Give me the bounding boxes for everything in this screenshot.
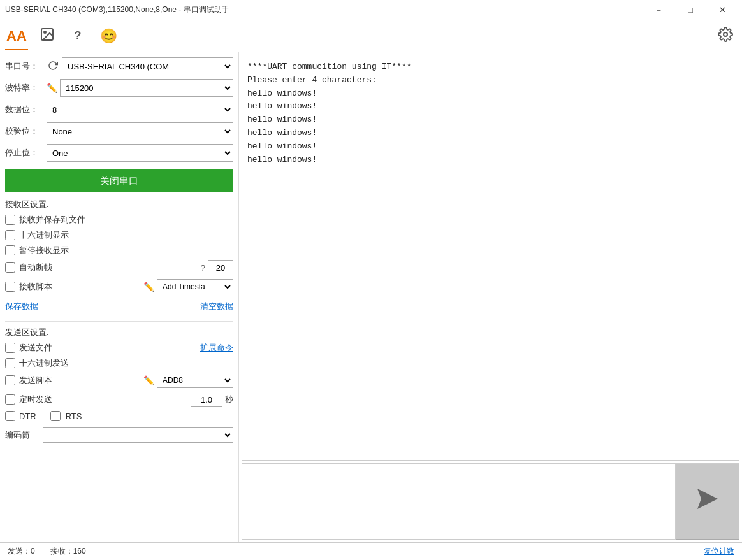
save-to-file-label[interactable]: 接收并保存到文件 [19, 214, 85, 226]
gear-icon [718, 27, 733, 45]
timer-send-extra: 秒 [191, 392, 233, 407]
hex-display-row: 十六进制显示 [5, 229, 233, 241]
receive-settings-title: 接收区设置. [5, 199, 233, 210]
pause-receive-label[interactable]: 暂停接收显示 [19, 245, 69, 256]
port-row: 串口号： USB-SERIAL CH340 (COM [5, 57, 233, 75]
data-bits-control: 8 [47, 101, 233, 118]
data-bits-row: 数据位： 8 [5, 101, 233, 118]
maximize-button[interactable]: □ [676, 1, 705, 20]
image-icon [40, 27, 55, 45]
send-script-label[interactable]: 发送脚本 [19, 375, 52, 386]
send-button[interactable] [676, 464, 739, 540]
baud-label: 波特率： [5, 82, 47, 94]
gear-button[interactable] [714, 25, 737, 48]
receive-count: 160 [73, 547, 86, 556]
close-port-button[interactable]: 关闭串口 [5, 169, 233, 192]
rts-checkbox[interactable] [50, 411, 61, 421]
auto-frame-label[interactable]: 自动断帧 [19, 262, 52, 273]
parity-select[interactable]: None [47, 122, 233, 140]
rts-label[interactable]: RTS [66, 412, 82, 421]
dtr-label[interactable]: DTR [19, 412, 36, 421]
extra-select[interactable] [43, 427, 233, 443]
receive-script-row: 接收脚本 ✏️ Add Timesta [5, 279, 233, 294]
reset-count-button[interactable]: 复位计数 [704, 546, 734, 557]
auto-frame-checkbox[interactable] [5, 262, 15, 273]
timer-send-checkbox[interactable] [5, 394, 15, 405]
window-title: USB-SERIAL CH340 (COM3),115200,None,8,On… [5, 4, 229, 15]
baud-control: ✏️ 115200 [47, 79, 233, 97]
send-script-extra: ✏️ ADD8 [143, 373, 233, 388]
receive-script-select[interactable]: Add Timesta [157, 279, 233, 294]
save-data-button[interactable]: 保存数据 [5, 301, 38, 312]
save-to-file-row: 接收并保存到文件 [5, 214, 233, 226]
data-bits-select[interactable]: 8 [47, 101, 233, 118]
expand-cmd-wrapper: 扩展命令 [200, 342, 233, 354]
auto-frame-row: 自动断帧 ? [5, 260, 233, 275]
send-file-label[interactable]: 发送文件 [19, 342, 52, 354]
send-script-row: 发送脚本 ✏️ ADD8 [5, 373, 233, 388]
send-script-select[interactable]: ADD8 [157, 373, 233, 388]
help-button[interactable]: ? [66, 25, 89, 48]
hex-send-checkbox[interactable] [5, 358, 15, 368]
timer-send-label[interactable]: 定时发送 [19, 394, 52, 405]
timer-send-row: 定时发送 秒 [5, 392, 233, 407]
timer-unit: 秒 [225, 394, 233, 405]
title-bar: USB-SERIAL CH340 (COM3),115200,None,8,On… [0, 0, 742, 20]
refresh-port-button[interactable] [47, 59, 59, 74]
hex-display-checkbox[interactable] [5, 230, 15, 240]
svg-point-1 [44, 31, 46, 33]
send-file-checkbox[interactable] [5, 343, 15, 353]
main-content: 串口号： USB-SERIAL CH340 (COM 波特率： ✏️ 1 [0, 52, 742, 542]
stop-bits-label: 停止位： [5, 147, 47, 159]
save-to-file-checkbox[interactable] [5, 215, 15, 225]
hex-send-label[interactable]: 十六进制发送 [19, 357, 69, 369]
svg-marker-3 [697, 489, 718, 509]
hex-send-row: 十六进制发送 [5, 357, 233, 369]
title-bar-controls: － □ ✕ [644, 1, 737, 20]
send-file-row: 发送文件 扩展命令 [5, 342, 233, 354]
auto-frame-value-input[interactable] [208, 260, 233, 275]
stop-bits-control: One [47, 144, 233, 162]
receive-label: 接收： [50, 547, 73, 556]
dtr-checkbox[interactable] [5, 411, 15, 421]
stop-bits-select[interactable]: One [47, 144, 233, 162]
emoji-icon: 😊 [100, 28, 117, 45]
toolbar: AA ? 😊 [0, 20, 742, 52]
data-links-row: 保存数据 清空数据 [5, 301, 233, 312]
pause-receive-checkbox[interactable] [5, 245, 15, 255]
svg-point-2 [724, 32, 727, 36]
send-textarea[interactable] [242, 464, 676, 540]
hex-display-label[interactable]: 十六进制显示 [19, 229, 69, 241]
timer-value-input[interactable] [191, 392, 222, 407]
receive-count-item: 接收：160 [50, 546, 86, 557]
close-button[interactable]: ✕ [708, 1, 737, 20]
font-button[interactable]: AA [5, 25, 28, 48]
receive-area: ****UART commucition using IT**** Please… [242, 55, 739, 461]
port-select[interactable]: USB-SERIAL CH340 (COM [62, 57, 233, 75]
baud-select[interactable]: 115200 [60, 79, 233, 97]
emoji-button[interactable]: 😊 [97, 25, 120, 48]
baud-icon: ✏️ [47, 83, 57, 93]
parity-control: None [47, 122, 233, 140]
stop-bits-row: 停止位： One [5, 144, 233, 162]
receive-script-icon: ✏️ [143, 282, 154, 292]
minimize-button[interactable]: － [644, 1, 673, 20]
send-area-container [242, 463, 739, 540]
send-label: 发送： [8, 547, 31, 556]
port-label: 串口号： [5, 61, 47, 72]
receive-script-checkbox[interactable] [5, 282, 15, 292]
send-script-checkbox[interactable] [5, 375, 15, 385]
left-panel: 串口号： USB-SERIAL CH340 (COM 波特率： ✏️ 1 [0, 52, 239, 542]
auto-frame-help-button[interactable]: ? [201, 263, 205, 273]
toolbar-left: AA ? 😊 [5, 25, 120, 48]
receive-script-label[interactable]: 接收脚本 [19, 281, 52, 292]
expand-cmd-button[interactable]: 扩展命令 [200, 342, 233, 354]
parity-row: 校验位： None [5, 122, 233, 140]
right-panel: ****UART commucition using IT**** Please… [239, 52, 742, 542]
parity-label: 校验位： [5, 126, 47, 137]
image-button[interactable] [36, 25, 59, 48]
clear-data-button[interactable]: 清空数据 [200, 301, 233, 312]
status-bar: 发送：0 接收：160 复位计数 [0, 542, 742, 560]
send-count: 0 [31, 547, 35, 556]
send-settings-title: 发送区设置. [5, 327, 233, 338]
